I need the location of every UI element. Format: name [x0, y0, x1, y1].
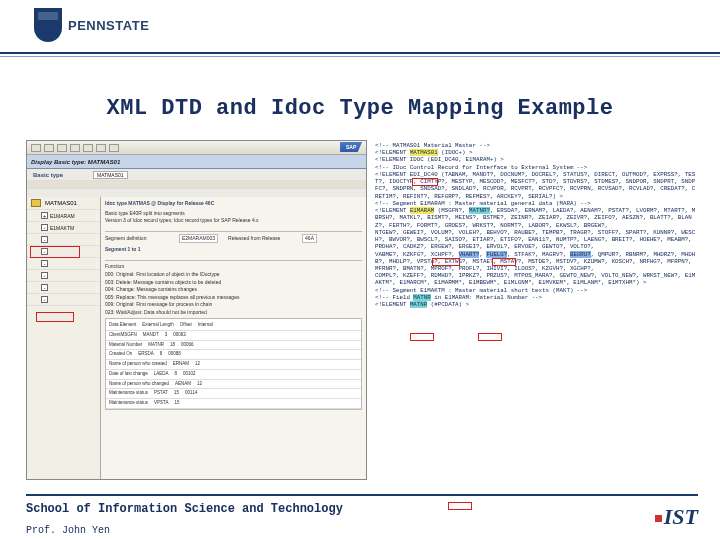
detail-sub: Version 3 of Idoc record types; Idoc rec… [105, 217, 362, 225]
table-row: Created OnERSDA800088 [106, 350, 361, 360]
detail-header: Idoc type MATMAS @ Display for Release 4… [105, 200, 362, 208]
professor-name: Prof. John Yen [26, 525, 110, 536]
dtd-line: <!-- Segment E1MAKTM : Master material s… [375, 287, 698, 294]
hl-matnr-field: MATNR [413, 294, 430, 301]
brand-logo: PENNSTATE [34, 8, 149, 42]
slide-title: XML DTD and Idoc Type Mapping Example [0, 96, 720, 121]
table-row: Material NumberMATNR1800066 [106, 341, 361, 351]
dtd-line: VABME?, KZKFG?, XCHPF?, VHART?, FUELG?, … [375, 251, 698, 273]
tool-button[interactable] [31, 144, 41, 152]
hl-e1maram: E1MARAM [410, 207, 434, 214]
tree-node[interactable]: - [27, 270, 100, 282]
func-row: 009: Original: First message for process… [105, 301, 362, 309]
annotation-box [36, 312, 74, 322]
hl-vhart: VHART? [459, 251, 480, 258]
annotation-box [492, 258, 516, 266]
table-row: Name of person who changedAENAM12 [106, 380, 361, 390]
expand-icon[interactable]: - [41, 260, 48, 267]
tool-button[interactable] [83, 144, 93, 152]
annotation-box [412, 178, 438, 186]
lbl: Released from Release [228, 235, 298, 243]
tool-button[interactable] [57, 144, 67, 152]
hl-begru: BEGRU? [570, 251, 591, 258]
expand-icon[interactable]: - [41, 296, 48, 303]
dtd-line: <!ELEMENT MATMAS01 (IDOC+) > [375, 149, 698, 156]
detail-sub: Basic type E40R split into segments [105, 210, 362, 218]
expand-icon[interactable]: - [41, 272, 48, 279]
sap-titlebar: Display Basic type: MATMAS01 [27, 155, 366, 169]
tree-node[interactable]: -E1MAKTM [27, 222, 100, 234]
tool-button[interactable] [70, 144, 80, 152]
tool-button[interactable] [96, 144, 106, 152]
footer-rule [26, 494, 698, 496]
shield-icon [34, 8, 62, 42]
sap-toolbar[interactable] [27, 141, 366, 155]
annotation-box [30, 246, 80, 258]
func-row: 000: Original: First location of object … [105, 271, 362, 279]
tree-root[interactable]: MATMAS01 [27, 197, 100, 210]
dtd-line: COMPL?, KZEFF?, RDMHD?, IPRKZ?, PRZUS?, … [375, 272, 698, 286]
ist-logo: IST [655, 504, 698, 530]
brand-wordmark: PENNSTATE [68, 18, 149, 33]
expand-icon[interactable]: - [41, 284, 48, 291]
tree-node[interactable]: - [27, 258, 100, 270]
sap-field-row: Basic type MATMAS01 [27, 169, 366, 181]
tree-node[interactable]: - [27, 294, 100, 306]
lbl: Segment definition [105, 235, 175, 243]
hl-matmas01: MATMAS01 [410, 149, 438, 156]
red-square-icon [655, 515, 662, 522]
top-rule-2 [0, 56, 720, 57]
top-rule-1 [0, 52, 720, 54]
annotation-box [410, 333, 434, 341]
func-row: 003: Delete: Message contains objects to… [105, 279, 362, 287]
dtd-line: <!-- Segment E1MARAM : Master material g… [375, 200, 698, 207]
dtd-line: <!-- MATMAS01 Material Master --> [375, 142, 698, 149]
dtd-line: <!-- Field MATNR in E1MARAM: Material Nu… [375, 294, 698, 301]
func-row: 005: Replace: This message replaces all … [105, 294, 362, 302]
detail-table: Data ElementExternal LengthOffsetInterna… [105, 318, 362, 410]
hl-fuelg: FUELG? [486, 251, 507, 258]
hl-matnr: MATNR? [469, 207, 490, 214]
tree-node[interactable]: +E1MARAM [27, 210, 100, 222]
annotation-box [448, 502, 472, 510]
sap-window: SAP Display Basic type: MATMAS01 Basic t… [26, 140, 367, 480]
field-value: MATMAS01 [93, 171, 128, 179]
dtd-column: <!-- MATMAS01 Material Master --> <!ELEM… [373, 140, 698, 480]
func-row: 004: Change: Message contains changes [105, 286, 362, 294]
expand-icon[interactable]: + [41, 212, 48, 219]
val: 46A [302, 234, 317, 244]
func-label: Function [105, 263, 175, 271]
tool-button[interactable] [109, 144, 119, 152]
tool-button[interactable] [44, 144, 54, 152]
expand-icon[interactable]: - [41, 224, 48, 231]
dtd-line: <!ELEMENT IDOC (EDI_DC40, E1MARAM+) > [375, 156, 698, 163]
sap-tree[interactable]: MATMAS01 +E1MARAM -E1MAKTM - - - - - - [27, 197, 101, 479]
table-row: Maintenance statusPSTAT1500114 [106, 389, 361, 399]
table-row: Date of last changeLAEDA800102 [106, 370, 361, 380]
func-row: 023: Wait/Adjust: Data should not be imp… [105, 309, 362, 317]
tree-node[interactable]: - [27, 234, 100, 246]
sap-spacer [27, 181, 366, 189]
dtd-line: NTGEW?, GEWEI?, VOLUM?, VOLEH?, BEHVO?, … [375, 229, 698, 251]
field-label: Basic type [33, 172, 93, 178]
table-row: ClientMSGFNMANDT300063 [106, 331, 361, 341]
table-row: Name of person who createdERNAM12 [106, 360, 361, 370]
dtd-line: <!ELEMENT MATNR (#PCDATA) > [375, 301, 698, 308]
dtd-line: <!-- IDoc Control Record for Interface t… [375, 164, 698, 171]
table-row: Maintenance statusVPSTA15 [106, 399, 361, 409]
sap-detail: Idoc type MATMAS @ Display for Release 4… [101, 197, 366, 479]
section-label: Segment 1 to 1 [105, 246, 362, 254]
val: E2MARAM003 [179, 234, 218, 244]
dtd-line: <!ELEMENT E1MARAM (MSGFN?, MATNR?, ERSDA… [375, 207, 698, 229]
school-name: School of Information Science and Techno… [26, 502, 343, 516]
expand-icon[interactable]: - [41, 236, 48, 243]
tree-node[interactable]: - [27, 282, 100, 294]
annotation-box [432, 258, 460, 266]
table-header: Data ElementExternal LengthOffsetInterna… [106, 321, 361, 331]
annotation-box [478, 333, 502, 341]
hl-matnr-elem: MATNR [410, 301, 427, 308]
